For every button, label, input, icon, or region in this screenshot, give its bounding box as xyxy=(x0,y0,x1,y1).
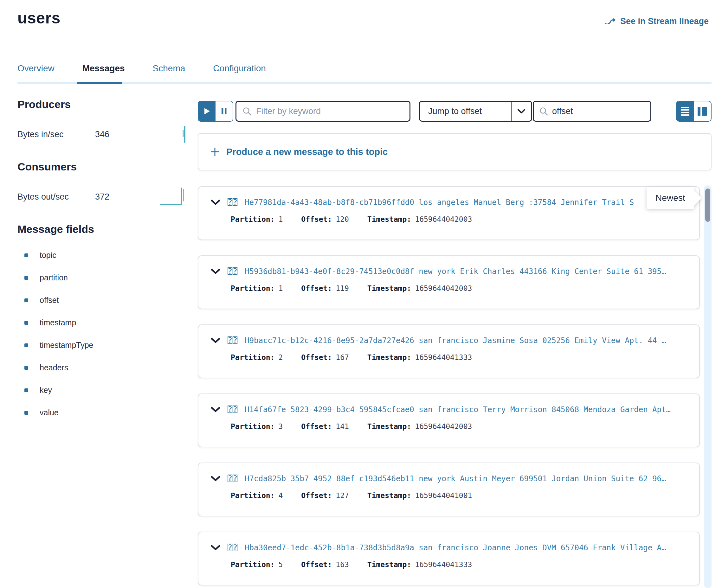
bytes-in-label: Bytes in/sec xyxy=(17,130,95,140)
timestamp-value: 1659644041333 xyxy=(415,353,472,361)
message-row[interactable]: ⍰⍰ H14fa67fe-5823-4299-b3c4-595845cfcae0… xyxy=(198,394,700,447)
partition-value: 3 xyxy=(278,422,283,430)
partition-label: Partition: xyxy=(231,215,274,223)
bytes-out-value: 372 xyxy=(95,192,143,202)
square-bullet-icon xyxy=(24,388,28,392)
partition-value: 1 xyxy=(278,284,283,292)
tab-bar: Overview Messages Schema Configuration xyxy=(17,63,266,82)
chevron-down-icon[interactable] xyxy=(210,268,221,275)
chevron-down-icon[interactable] xyxy=(210,406,221,413)
partition-label: Partition: xyxy=(231,491,274,500)
offset-search-input[interactable] xyxy=(552,106,645,116)
field-item-value[interactable]: value xyxy=(17,408,189,417)
field-item-timestampType[interactable]: timestampType xyxy=(17,340,189,350)
message-row[interactable]: ⍰⍰ H9bacc71c-b12c-4216-8e95-2a7da727e426… xyxy=(198,324,700,378)
newest-tooltip: Newest xyxy=(646,187,694,209)
keyword-filter xyxy=(235,101,410,122)
pause-icon xyxy=(221,107,227,115)
page-title: users xyxy=(17,9,61,27)
timestamp-label: Timestamp: xyxy=(367,353,411,361)
filter-keyword-input[interactable] xyxy=(256,106,404,116)
field-item-key[interactable]: key xyxy=(17,385,189,395)
field-item-topic[interactable]: topic xyxy=(17,251,189,260)
view-toggle-group xyxy=(676,101,711,122)
tab-overview[interactable]: Overview xyxy=(17,63,55,82)
offset-value: 119 xyxy=(336,284,349,292)
chevron-down-icon[interactable] xyxy=(210,337,221,344)
tab-schema[interactable]: Schema xyxy=(153,63,185,82)
partition-label: Partition: xyxy=(231,422,274,430)
column-view-button[interactable] xyxy=(694,101,711,121)
tab-configuration[interactable]: Configuration xyxy=(213,63,266,82)
topic-messages-page: users See in Stream lineage Overview Mes… xyxy=(0,0,722,588)
partition-value: 2 xyxy=(278,353,283,361)
timestamp-value: 1659644042003 xyxy=(415,284,472,292)
field-item-timestamp[interactable]: timestamp xyxy=(17,318,189,327)
unknown-glyph-icon: ⍰⍰ xyxy=(228,405,238,414)
unknown-glyph-icon: ⍰⍰ xyxy=(228,474,238,483)
unknown-glyph-icon: ⍰⍰ xyxy=(228,267,238,276)
offset-value: 127 xyxy=(336,491,349,500)
bytes-in-sparkline xyxy=(180,123,189,145)
bytes-out-sparkline xyxy=(160,186,189,208)
message-key: Hba30eed7-1edc-452b-8b1a-738d3b5d8a9a sa… xyxy=(245,543,666,552)
tab-messages[interactable]: Messages xyxy=(82,63,125,82)
chevron-down-icon xyxy=(512,109,531,114)
message-row[interactable]: ⍰⍰ Hba30eed7-1edc-452b-8b1a-738d3b5d8a9a… xyxy=(198,532,700,586)
square-bullet-icon xyxy=(24,298,28,302)
offset-label: Offset: xyxy=(301,284,332,292)
jump-to-offset-label: Jump to offset xyxy=(420,106,511,116)
timestamp-label: Timestamp: xyxy=(367,561,411,569)
stream-lineage-link[interactable]: See in Stream lineage xyxy=(604,17,709,26)
search-icon xyxy=(242,106,252,116)
offset-label: Offset: xyxy=(301,491,332,500)
produce-message-button[interactable]: Produce a new message to this topic xyxy=(198,133,711,170)
chevron-down-icon[interactable] xyxy=(210,199,221,206)
jump-to-offset-select[interactable]: Jump to offset xyxy=(419,101,532,122)
offset-search xyxy=(533,101,651,122)
square-bullet-icon xyxy=(24,276,28,280)
field-item-headers[interactable]: headers xyxy=(17,363,189,372)
message-fields-heading: Message fields xyxy=(17,223,189,235)
pause-button[interactable] xyxy=(215,101,233,121)
partition-value: 5 xyxy=(278,561,283,569)
offset-value: 167 xyxy=(336,353,349,361)
message-key: H5936db81-b943-4e0f-8c29-74513e0c0d8f ne… xyxy=(245,267,666,276)
tab-underline-track xyxy=(17,82,711,84)
messages-toolbar: Jump to offset xyxy=(198,101,711,122)
timestamp-value: 1659644041001 xyxy=(415,491,472,500)
message-row[interactable]: ⍰⍰ H5936db81-b943-4e0f-8c29-74513e0c0d8f… xyxy=(198,255,700,309)
field-item-offset[interactable]: offset xyxy=(17,296,189,305)
message-key: He77981da-4a43-48ab-b8f8-cb71b96ffdd0 lo… xyxy=(245,198,634,207)
timestamp-value: 1659644042003 xyxy=(415,215,472,223)
message-row[interactable]: ⍰⍰ H7cda825b-35b7-4952-88ef-c193d546eb11… xyxy=(198,463,700,517)
timestamp-label: Timestamp: xyxy=(367,422,411,430)
column-view-icon xyxy=(698,107,707,115)
chevron-down-icon[interactable] xyxy=(210,545,221,551)
timestamp-label: Timestamp: xyxy=(367,284,411,292)
unknown-glyph-icon: ⍰⍰ xyxy=(228,543,238,552)
unknown-glyph-icon: ⍰⍰ xyxy=(228,336,238,345)
partition-value: 4 xyxy=(278,491,283,500)
plus-icon xyxy=(210,147,220,157)
stream-control-group xyxy=(198,101,233,122)
bytes-out-row: Bytes out/sec 372 xyxy=(17,186,189,207)
chevron-down-icon[interactable] xyxy=(210,476,221,482)
play-button[interactable] xyxy=(199,101,215,121)
offset-label: Offset: xyxy=(301,353,332,361)
consumers-heading: Consumers xyxy=(17,161,189,173)
list-view-button[interactable] xyxy=(677,101,694,121)
unknown-glyph-icon: ⍰⍰ xyxy=(228,198,238,207)
bytes-in-value: 346 xyxy=(95,130,143,140)
message-row[interactable]: ⍰⍰ He77981da-4a43-48ab-b8f8-cb71b96ffdd0… xyxy=(198,186,700,240)
offset-value: 163 xyxy=(336,561,349,569)
offset-label: Offset: xyxy=(301,215,332,223)
square-bullet-icon xyxy=(24,321,28,325)
scrollbar-track[interactable] xyxy=(704,185,711,588)
field-item-partition[interactable]: partition xyxy=(17,273,189,282)
offset-value: 120 xyxy=(336,215,349,223)
scrollbar-thumb[interactable] xyxy=(705,189,710,222)
message-key: H7cda825b-35b7-4952-88ef-c193d546eb11 ne… xyxy=(245,474,666,483)
timestamp-label: Timestamp: xyxy=(367,491,411,500)
partition-label: Partition: xyxy=(231,353,274,361)
